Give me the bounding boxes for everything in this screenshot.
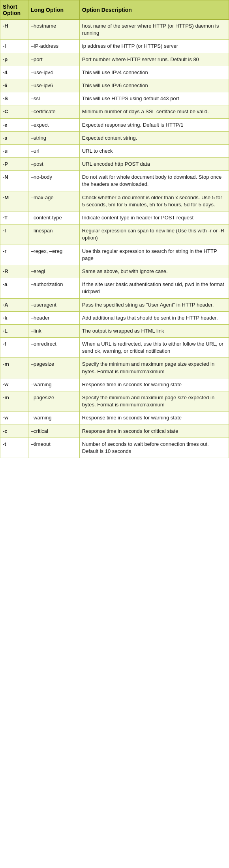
long-option-cell: –certificate (28, 105, 79, 118)
header-option-description: Option Description (79, 0, 229, 20)
description-cell: host name of the server where HTTP (or H… (79, 20, 229, 40)
description-cell: Minimum number of days a SSL certiface m… (79, 105, 229, 118)
long-option-cell: –link (28, 324, 79, 337)
table-row: -P–postURL encoded http POST data (0, 158, 229, 171)
short-option-cell: -L (0, 324, 28, 337)
header-long-option: Long Option (28, 0, 79, 20)
short-option-cell: -A (0, 298, 28, 311)
description-cell: Response time in seconds for warning sta… (79, 378, 229, 391)
description-cell: When a URL is redirected, use this to ei… (79, 338, 229, 358)
short-option-cell: -a (0, 278, 28, 298)
table-row: -4–use-ipv4This will use IPv4 connection (0, 66, 229, 79)
table-row: -a–authorizationIf the site user basic a… (0, 278, 229, 298)
long-option-cell: –use-ipv6 (28, 79, 79, 92)
table-row: -L–linkThe output is wrapped as HTML lin… (0, 324, 229, 337)
long-option-cell: –IP-address (28, 40, 79, 53)
description-cell: URL to check (79, 144, 229, 157)
short-option-cell: -C (0, 105, 28, 118)
long-option-cell: –useragent (28, 298, 79, 311)
table-row: -k–headerAdd additional tags that should… (0, 311, 229, 324)
description-cell: Specify the minimum and maximum page siz… (79, 358, 229, 378)
short-option-cell: -w (0, 378, 28, 391)
description-cell: Pass the specified string as "User Agent… (79, 298, 229, 311)
short-option-cell: -4 (0, 66, 28, 79)
table-row: -t–timeoutNumber of seconds to wait befo… (0, 438, 229, 458)
description-cell: Do not wait for whole document body to d… (79, 171, 229, 191)
short-option-cell: -T (0, 211, 28, 224)
description-cell: The output is wrapped as HTML link (79, 324, 229, 337)
table-row: -c–criticalResponse time in seconds for … (0, 425, 229, 438)
long-option-cell: –use-ipv4 (28, 66, 79, 79)
description-cell: URL encoded http POST data (79, 158, 229, 171)
short-option-cell: -N (0, 171, 28, 191)
long-option-cell: –critical (28, 425, 79, 438)
long-option-cell: –regex, –ereg (28, 245, 79, 265)
description-cell: Port number where HTTP server runs. Defa… (79, 53, 229, 66)
table-row: -T–content-typeIndicate content type in … (0, 211, 229, 224)
table-row: -A–useragentPass the specified string as… (0, 298, 229, 311)
long-option-cell: –linespan (28, 224, 79, 245)
long-option-cell: –hostname (28, 20, 79, 40)
long-option-cell: –pagesize (28, 391, 79, 412)
short-option-cell: -I (0, 40, 28, 53)
long-option-cell: –string (28, 131, 79, 144)
long-option-cell: –port (28, 53, 79, 66)
short-option-cell: -f (0, 338, 28, 358)
long-option-cell: –content-type (28, 211, 79, 224)
description-cell: Expected content string. (79, 131, 229, 144)
table-row: -w–warningResponse time in seconds for w… (0, 412, 229, 425)
short-option-cell: -S (0, 92, 28, 105)
long-option-cell: –authorization (28, 278, 79, 298)
long-option-cell: –timeout (28, 438, 79, 458)
header-short-option: Short Option (0, 0, 28, 20)
table-row: -m–pagesizeSpecify the minimum and maxim… (0, 391, 229, 412)
long-option-cell: –ssl (28, 92, 79, 105)
long-option-cell: –onredirect (28, 338, 79, 358)
short-option-cell: -r (0, 245, 28, 265)
short-option-cell: -u (0, 144, 28, 157)
table-row: -l–linespanRegular expression can span t… (0, 224, 229, 245)
short-option-cell: -M (0, 191, 28, 211)
table-row: -H–hostnamehost name of the server where… (0, 20, 229, 40)
description-cell: If the site user basic authentication se… (79, 278, 229, 298)
short-option-cell: -c (0, 425, 28, 438)
table-row: -p–portPort number where HTTP server run… (0, 53, 229, 66)
short-option-cell: -t (0, 438, 28, 458)
table-row: -u–urlURL to check (0, 144, 229, 157)
table-row: -m–pagesizeSpecify the minimum and maxim… (0, 358, 229, 378)
description-cell: Check whether a document is older than x… (79, 191, 229, 211)
table-row: -s–stringExpected content string. (0, 131, 229, 144)
table-row: -S–sslThis will use HTTPS using default … (0, 92, 229, 105)
short-option-cell: -e (0, 118, 28, 131)
description-cell: Indicate content type in header for POST… (79, 211, 229, 224)
table-row: -6–use-ipv6This will use IPv6 connection (0, 79, 229, 92)
table-row: -I–IP-addressip address of the HTTP (or … (0, 40, 229, 53)
table-row: -M–max-ageCheck whether a document is ol… (0, 191, 229, 211)
options-table: Short Option Long Option Option Descript… (0, 0, 229, 458)
long-option-cell: –header (28, 311, 79, 324)
description-cell: Same as above, but with ignore case. (79, 265, 229, 278)
long-option-cell: –expect (28, 118, 79, 131)
table-row: -C–certificateMinimum number of days a S… (0, 105, 229, 118)
long-option-cell: –post (28, 158, 79, 171)
short-option-cell: -k (0, 311, 28, 324)
description-cell: Number of seconds to wait before connect… (79, 438, 229, 458)
long-option-cell: –url (28, 144, 79, 157)
short-option-cell: -m (0, 358, 28, 378)
description-cell: Add additional tags that should be sent … (79, 311, 229, 324)
description-cell: This will use IPv4 connection (79, 66, 229, 79)
short-option-cell: -l (0, 224, 28, 245)
description-cell: Specify the minimum and maximum page siz… (79, 391, 229, 412)
long-option-cell: –no-body (28, 171, 79, 191)
table-row: -f–onredirectWhen a URL is redirected, u… (0, 338, 229, 358)
long-option-cell: –warning (28, 412, 79, 425)
short-option-cell: -m (0, 391, 28, 412)
long-option-cell: –warning (28, 378, 79, 391)
description-cell: ip address of the HTTP (or HTTPS) server (79, 40, 229, 53)
description-cell: This will use IPv6 connection (79, 79, 229, 92)
description-cell: Expected response string. Default is HTT… (79, 118, 229, 131)
long-option-cell: –pagesize (28, 358, 79, 378)
description-cell: Response time in seconds for critical st… (79, 425, 229, 438)
description-cell: Response time in seconds for warning sta… (79, 412, 229, 425)
long-option-cell: –eregi (28, 265, 79, 278)
